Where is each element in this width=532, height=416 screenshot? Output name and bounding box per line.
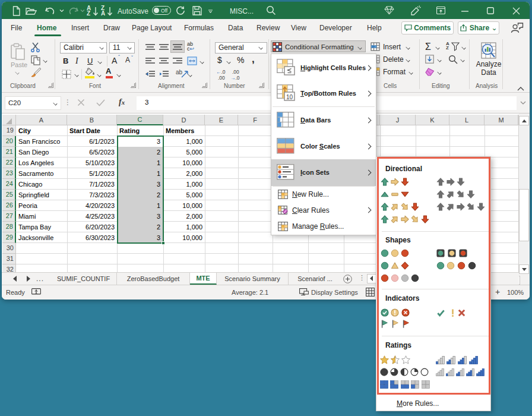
svg-text:10: 10 bbox=[286, 94, 293, 100]
